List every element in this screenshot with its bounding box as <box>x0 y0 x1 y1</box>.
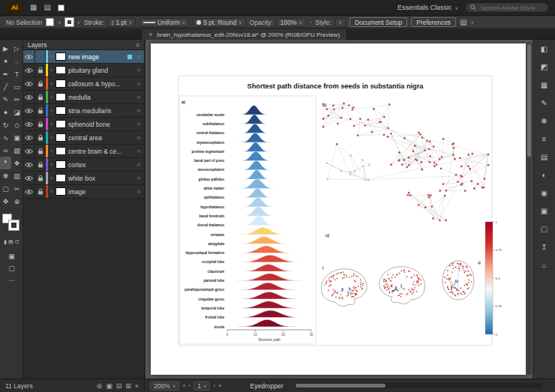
stroke-weight-stepper[interactable]: ▴▾ 1 pt ∨ <box>108 18 136 27</box>
preferences-button[interactable]: Preferences <box>411 17 456 27</box>
blend-tool[interactable]: ❖ <box>11 157 22 169</box>
layer-visibility-eye-icon[interactable] <box>23 104 35 117</box>
eyedropper-tool[interactable]: ❜ <box>0 157 11 169</box>
canvas-area[interactable]: Shortest path distance from seeds in sub… <box>146 40 532 379</box>
layer-target-circle[interactable]: ○ <box>134 121 144 127</box>
layer-row[interactable]: ›new image○ <box>23 50 144 64</box>
blob-brush-tool[interactable]: ● <box>0 106 11 118</box>
scale-tool[interactable]: ◇ <box>11 118 22 131</box>
layer-disclosure-arrow[interactable]: › <box>48 107 55 114</box>
layer-visibility-eye-icon[interactable] <box>23 145 35 157</box>
libraries-panel-icon[interactable]: ⌂ <box>538 259 551 271</box>
artboards-panel-icon[interactable]: ▢ <box>538 223 551 235</box>
locate-object-icon[interactable]: ⊚ <box>97 382 103 390</box>
menubar-swatch-icon[interactable] <box>58 4 64 11</box>
swatches-panel-icon[interactable]: ▦ <box>538 79 551 91</box>
layer-name[interactable]: pituitary gland <box>68 67 134 74</box>
layer-target-circle[interactable]: ○ <box>134 53 144 60</box>
brush-dropdown[interactable]: 5 pt. Round ∨ <box>193 18 245 27</box>
layer-target-circle[interactable]: ○ <box>134 161 144 168</box>
none-button[interactable]: ∅ <box>15 239 20 245</box>
layer-visibility-eye-icon[interactable] <box>23 185 35 198</box>
symbol-sprayer-tool[interactable]: ❋ <box>0 169 11 182</box>
layer-visibility-eye-icon[interactable] <box>23 64 35 76</box>
zoom-tool[interactable]: ⊕ <box>11 195 22 208</box>
layer-name[interactable]: callosum & hypo... <box>68 80 134 88</box>
vertical-scrollbar[interactable] <box>526 42 532 375</box>
layer-disclosure-arrow[interactable]: › <box>48 148 55 154</box>
asset-export-panel-icon[interactable]: ↥ <box>538 241 551 253</box>
layer-visibility-eye-icon[interactable] <box>23 91 35 103</box>
layer-visibility-eye-icon[interactable] <box>23 131 35 144</box>
layer-name[interactable]: image <box>68 188 134 196</box>
layer-name[interactable]: new image <box>68 53 128 61</box>
layer-name[interactable]: stria medullaris <box>68 107 134 115</box>
pen-tool[interactable]: ✒ <box>0 67 11 80</box>
layer-visibility-eye-icon[interactable] <box>23 172 35 184</box>
workspace-switcher[interactable]: Essentials Classic ∨ <box>398 4 458 11</box>
next-artboard-button[interactable]: › <box>213 382 215 389</box>
layer-disclosure-arrow[interactable]: › <box>48 161 55 168</box>
layer-lock-icon[interactable] <box>35 158 46 171</box>
document-tab[interactable]: × brain_hypothalamus_edit-20Nov18.ai* @ … <box>141 29 347 40</box>
new-sublayer-icon[interactable]: ⊟ <box>116 382 122 390</box>
lasso-tool[interactable]: ◌ <box>11 55 22 67</box>
layer-lock-icon[interactable] <box>35 145 46 157</box>
layer-target-circle[interactable]: ○ <box>134 80 144 87</box>
layer-name[interactable]: sphenoid bone <box>68 121 134 128</box>
width-profile-dropdown[interactable]: Uniform ∨ <box>140 18 189 27</box>
delete-layer-icon[interactable]: × <box>135 382 139 390</box>
selection-tool[interactable]: ▶ <box>0 42 11 55</box>
more-tools-button[interactable]: ⋯ <box>0 277 23 284</box>
layer-lock-icon[interactable] <box>35 77 46 90</box>
panel-menu-icon[interactable]: ≡ <box>136 41 140 49</box>
layer-lock-icon[interactable] <box>35 91 46 103</box>
layer-row[interactable]: ›sphenoid bone○ <box>23 118 144 131</box>
first-artboard-button[interactable]: « <box>182 382 185 389</box>
layer-lock-icon[interactable] <box>35 131 46 144</box>
layer-row[interactable]: ›stria medullaris○ <box>23 104 144 118</box>
home-screen-icon[interactable]: ▦ <box>30 4 37 11</box>
layer-disclosure-arrow[interactable]: › <box>48 67 55 73</box>
shape-builder-tool[interactable]: ∞ <box>0 144 11 157</box>
layer-lock-icon[interactable] <box>35 118 46 130</box>
layer-name[interactable]: white box <box>68 175 134 182</box>
opacity-dropdown[interactable]: 100% ∨ <box>277 18 306 27</box>
symbols-panel-icon[interactable]: ❋ <box>538 115 551 127</box>
artboard-tool[interactable]: ▢ <box>0 182 11 195</box>
layer-row[interactable]: ›pituitary gland○ <box>23 64 144 77</box>
layer-name[interactable]: centre brain & ce... <box>68 148 134 155</box>
layer-row[interactable]: ›cortex○ <box>23 158 144 172</box>
stroke-panel-icon[interactable]: ≡ <box>538 133 551 145</box>
line-segment-tool[interactable]: ╱ <box>0 80 11 93</box>
draw-mode-button[interactable]: ▣ <box>0 253 23 260</box>
layer-row[interactable]: ›image○ <box>23 185 144 199</box>
rotate-tool[interactable]: ↻ <box>0 118 11 131</box>
layer-row[interactable]: ›white box○ <box>23 172 144 185</box>
layer-visibility-eye-icon[interactable] <box>23 77 35 90</box>
layer-disclosure-arrow[interactable]: › <box>48 94 55 100</box>
eraser-tool[interactable]: ◪ <box>11 106 22 118</box>
width-tool[interactable]: ∿ <box>0 131 11 144</box>
layer-target-circle[interactable]: ○ <box>134 94 144 100</box>
layer-visibility-eye-icon[interactable] <box>23 118 35 130</box>
layer-target-circle[interactable]: ○ <box>134 175 144 181</box>
pencil-tool[interactable]: ✏ <box>11 93 22 106</box>
layer-lock-icon[interactable] <box>35 172 46 184</box>
layer-disclosure-arrow[interactable]: › <box>48 175 55 181</box>
stepper-arrows-icon[interactable]: ▴▾ <box>112 19 114 25</box>
artboard[interactable]: Shortest path distance from seeds in sub… <box>151 43 526 375</box>
layer-target-circle[interactable]: ○ <box>134 107 144 114</box>
control-panel-options-icon[interactable]: ▤ <box>460 19 466 26</box>
live-paint-bucket-tool[interactable]: ▨ <box>11 144 22 157</box>
paintbrush-tool[interactable]: ✎ <box>0 93 11 106</box>
layer-name[interactable]: medulla <box>68 94 134 101</box>
layer-row[interactable]: ›medulla○ <box>23 91 144 104</box>
free-transform-tool[interactable]: ▣ <box>11 131 22 144</box>
layer-lock-icon[interactable] <box>35 185 46 198</box>
search-input[interactable] <box>479 4 544 12</box>
layer-disclosure-arrow[interactable]: › <box>48 121 55 127</box>
type-tool[interactable]: T <box>11 67 22 80</box>
layer-target-circle[interactable]: ○ <box>134 134 144 141</box>
layer-disclosure-arrow[interactable]: › <box>48 188 55 195</box>
